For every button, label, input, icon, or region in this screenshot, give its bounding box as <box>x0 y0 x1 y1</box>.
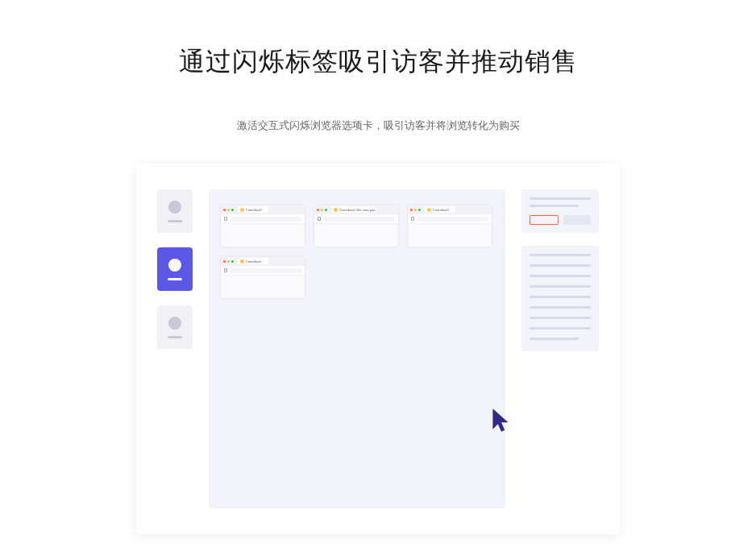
avatar-icon <box>168 259 181 272</box>
browser-viewport <box>221 224 305 247</box>
browser-address-bar <box>221 266 305 276</box>
lock-icon <box>411 217 414 221</box>
sidebar-option-2[interactable] <box>157 305 193 349</box>
browser-address-bar <box>314 214 398 224</box>
traffic-zoom-icon <box>325 209 327 211</box>
text-placeholder <box>530 205 579 207</box>
lock-icon <box>224 268 227 272</box>
text-placeholder <box>530 254 591 256</box>
avatar-icon <box>168 201 181 214</box>
cta-button-primary[interactable] <box>530 215 559 225</box>
preview-card: Comeback! Comeback! We miss you <box>136 164 620 534</box>
text-placeholder <box>530 296 591 298</box>
tab-label: Comeback! <box>433 208 449 212</box>
favicon-icon <box>240 208 244 212</box>
tab-label: Comeback! We miss you <box>339 208 375 212</box>
browser-tabbar: Comeback <box>221 256 305 266</box>
text-placeholder <box>530 197 591 200</box>
browser-tab: Comeback! <box>238 206 268 213</box>
address-field <box>230 217 301 222</box>
browser-viewport <box>314 224 398 247</box>
sidebar-option-0[interactable] <box>157 189 193 233</box>
avatar-icon <box>168 317 181 330</box>
traffic-minimize-icon <box>321 209 323 211</box>
preview-gallery: Comeback! Comeback! We miss you <box>209 189 505 508</box>
label-placeholder <box>168 220 182 222</box>
traffic-minimize-icon <box>227 209 230 211</box>
traffic-close-icon <box>410 209 413 211</box>
label-placeholder <box>168 336 182 338</box>
favicon-icon <box>334 208 338 212</box>
browser-address-bar <box>221 214 305 224</box>
favicon-icon <box>427 208 431 212</box>
address-field <box>230 268 301 273</box>
cta-button-secondary[interactable] <box>563 215 591 225</box>
widget-card-primary <box>521 189 599 233</box>
browser-tabbar: Comeback! <box>408 205 492 214</box>
page-subtitle: 激活交互式闪烁浏览器选项卡，吸引访客并将浏览转化为购买 <box>237 118 520 133</box>
traffic-close-icon <box>223 260 226 263</box>
address-field <box>323 217 395 222</box>
browser-preview[interactable]: Comeback! <box>220 204 305 247</box>
browser-tab: Comeback <box>238 258 268 264</box>
sidebar <box>157 189 193 508</box>
browser-tabbar: Comeback! We miss you <box>314 205 398 214</box>
tab-label: Comeback <box>246 259 261 263</box>
traffic-minimize-icon <box>227 260 230 263</box>
lock-icon <box>318 217 321 221</box>
lock-icon <box>224 217 227 221</box>
text-placeholder <box>530 285 591 288</box>
favicon-icon <box>240 259 244 263</box>
traffic-minimize-icon <box>414 209 417 211</box>
browser-viewport <box>408 224 492 247</box>
browser-preview[interactable]: Comeback! We miss you <box>314 204 399 247</box>
sidebar-option-1[interactable] <box>157 247 193 291</box>
traffic-zoom-icon <box>418 209 421 211</box>
tab-label: Comeback! <box>246 208 262 212</box>
label-placeholder <box>168 278 182 280</box>
browser-tabbar: Comeback! <box>221 205 305 214</box>
cursor-icon <box>491 407 512 434</box>
text-placeholder <box>530 338 579 340</box>
browser-preview[interactable]: Comeback <box>220 255 305 299</box>
side-panel <box>521 189 599 508</box>
text-placeholder <box>530 306 591 309</box>
browser-tab: Comeback! <box>425 206 455 213</box>
traffic-zoom-icon <box>231 209 234 211</box>
page-title: 通过闪烁标签吸引访客并推动销售 <box>179 44 578 80</box>
address-field <box>417 217 488 222</box>
text-placeholder <box>530 275 591 277</box>
traffic-close-icon <box>317 209 319 211</box>
browser-viewport <box>221 276 305 298</box>
text-placeholder <box>530 317 591 319</box>
text-placeholder <box>530 327 591 330</box>
traffic-close-icon <box>223 209 226 211</box>
text-placeholder <box>530 264 591 267</box>
traffic-zoom-icon <box>231 260 234 263</box>
browser-preview[interactable]: Comeback! <box>407 204 492 247</box>
browser-address-bar <box>408 214 492 224</box>
widget-card-secondary <box>521 246 599 351</box>
browser-tab: Comeback! We miss you <box>331 206 375 213</box>
